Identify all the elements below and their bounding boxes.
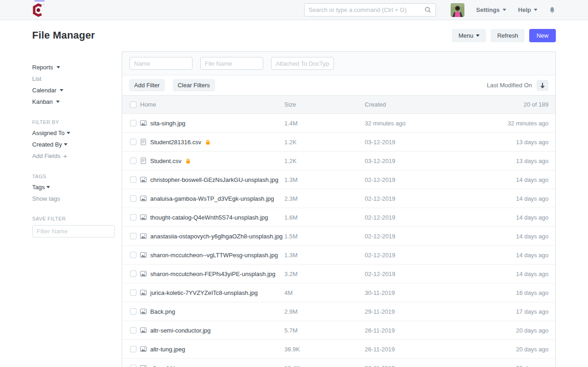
app-logo[interactable]: ™	[32, 3, 45, 17]
file-created: 26-11-2019	[365, 327, 395, 334]
table-row[interactable]: anastasiia-ostapovych-y6glhgaOZh8-unspla…	[122, 227, 555, 246]
row-checkbox[interactable]	[130, 176, 136, 183]
table-row[interactable]: Student.csv 1.2K 03-12-2019 13 days ago	[122, 152, 555, 170]
file-modified: 17 days ago	[516, 308, 548, 315]
sidebar-item-list[interactable]: List	[32, 73, 115, 85]
table-row[interactable]: Student281316.csv 1.2K 03-12-2019 13 day…	[122, 133, 555, 152]
row-checkbox[interactable]	[130, 120, 136, 126]
kanban-label: Kanban	[32, 96, 53, 107]
filter-attached-to-doctype-input[interactable]	[271, 57, 334, 70]
sidebar-item-assigned-to[interactable]: Assigned To	[32, 127, 115, 139]
notifications-bell-icon[interactable]	[548, 6, 556, 14]
search-icon	[424, 6, 431, 13]
menu-button[interactable]: Menu	[452, 29, 486, 42]
row-checkbox[interactable]	[130, 139, 136, 145]
sidebar-item-show-tags[interactable]: Show tags	[32, 193, 115, 204]
row-checkbox[interactable]	[130, 195, 136, 202]
table-row[interactable]: altr-semi-conductor.jpg 5.7M 26-11-2019 …	[122, 321, 555, 340]
table-row[interactable]: jurica-koletic-7YVZYZeITc8-unsplash.jpg …	[122, 283, 555, 302]
sort-field-selector[interactable]: Last Modified On	[487, 82, 532, 89]
file-name-link[interactable]: analuisa-gamboa-WsTP_d3VEgk-unsplash.jpg	[150, 195, 274, 202]
table-row[interactable]: thought-catalog-Q4eWnth5S74-unsplash.jpg…	[122, 208, 555, 227]
row-checkbox[interactable]	[130, 271, 136, 277]
sidebar-item-calendar[interactable]: Calendar	[32, 85, 115, 96]
file-name-link[interactable]: sharon-mccutcheon-FEPfs43yiPE-unsplash.j…	[150, 271, 275, 277]
lock-icon	[205, 139, 211, 145]
file-created: 03-12-2019	[365, 158, 396, 164]
row-checkbox[interactable]	[130, 289, 136, 296]
table-row[interactable]: sharon-mccutcheon-FEPfs43yiPE-unsplash.j…	[122, 265, 555, 283]
file-name-link[interactable]: sita-singh.jpg	[150, 120, 186, 127]
file-name-link[interactable]: jurica-koletic-7YVZYZeITc8-unsplash.jpg	[150, 289, 258, 296]
sidebar-item-reports[interactable]: Reports	[32, 62, 115, 73]
save-filter-input[interactable]	[32, 225, 115, 237]
file-modified: 14 days ago	[516, 271, 548, 277]
row-checkbox[interactable]	[130, 158, 136, 164]
sidebar-item-add-fields[interactable]: Add Fields +	[32, 150, 115, 162]
row-checkbox[interactable]	[130, 214, 136, 220]
help-menu[interactable]: Help	[518, 6, 537, 13]
file-modified: 13 days ago	[516, 158, 548, 164]
chevron-down-icon	[503, 9, 506, 11]
file-size: 16.4K	[284, 365, 300, 367]
row-checkbox[interactable]	[130, 252, 136, 258]
filter-file-name-input[interactable]	[200, 57, 263, 70]
image-file-icon	[140, 119, 147, 127]
user-avatar[interactable]	[451, 3, 464, 17]
row-checkbox[interactable]	[130, 233, 136, 239]
file-size: 1.3M	[284, 252, 298, 259]
filter-by-heading: FILTER BY	[32, 117, 115, 127]
sidebar-item-kanban[interactable]: Kanban	[32, 96, 115, 107]
breadcrumb[interactable]: Home	[140, 101, 156, 108]
image-file-icon	[140, 327, 147, 334]
file-name-link[interactable]: altr-gold.jpeg	[150, 365, 185, 367]
table-row[interactable]: Back.png 2.9M 29-11-2019 17 days ago	[122, 302, 555, 321]
file-name-link[interactable]: altr-semi-conductor.jpg	[150, 327, 211, 334]
file-name-link[interactable]: Student281316.csv	[150, 139, 201, 146]
row-checkbox[interactable]	[130, 365, 136, 367]
row-checkbox[interactable]	[130, 308, 136, 315]
filter-name-input[interactable]	[130, 57, 192, 70]
image-file-icon	[140, 345, 147, 353]
file-size: 1.2K	[284, 158, 297, 164]
new-button[interactable]: New	[529, 29, 556, 42]
file-modified: 20 days ago	[516, 327, 548, 334]
table-row[interactable]: altr-tung.jpeg 36.9K 26-11-2019 20 days …	[122, 340, 555, 359]
settings-menu[interactable]: Settings	[476, 6, 506, 13]
file-name-link[interactable]: sharon-mccutcheon--vgLTTWPesg-unsplash.j…	[150, 252, 278, 259]
file-name-link[interactable]: christopher-boswell-GEzNsJarkGU-unsplash…	[150, 176, 278, 183]
table-row[interactable]: christopher-boswell-GEzNsJarkGU-unsplash…	[122, 170, 555, 189]
file-created: 26-11-2019	[365, 365, 395, 367]
search-input[interactable]	[309, 6, 424, 13]
help-label: Help	[518, 6, 531, 13]
image-file-icon	[140, 289, 147, 296]
clear-filters-button[interactable]: Clear Filters	[173, 79, 215, 91]
sort-direction-button[interactable]	[537, 80, 548, 91]
image-file-icon	[140, 251, 147, 259]
table-row[interactable]: analuisa-gamboa-WsTP_d3VEgk-unsplash.jpg…	[122, 189, 555, 208]
refresh-button[interactable]: Refresh	[491, 29, 525, 42]
add-filter-button[interactable]: Add Filter	[129, 79, 165, 91]
row-checkbox[interactable]	[130, 346, 136, 352]
tags-label: Tags	[32, 181, 45, 193]
file-size: 1.4M	[284, 120, 298, 127]
row-checkbox[interactable]	[130, 327, 136, 333]
sidebar-item-created-by[interactable]: Created By	[32, 139, 115, 150]
file-created: 02-12-2019	[365, 233, 396, 240]
table-row[interactable]: sita-singh.jpg 1.4M 32 minutes ago 32 mi…	[122, 114, 555, 133]
filter-sort-row: Add Filter Clear Filters Last Modified O…	[122, 75, 555, 96]
file-modified: 14 days ago	[516, 214, 548, 221]
save-filter-heading: SAVE FILTER	[32, 214, 115, 224]
file-name-link[interactable]: Back.png	[150, 308, 175, 315]
refresh-button-label: Refresh	[497, 32, 518, 39]
file-name-link[interactable]: Student.csv	[150, 158, 181, 164]
sidebar-item-tags[interactable]: Tags	[32, 181, 115, 193]
table-row[interactable]: sharon-mccutcheon--vgLTTWPesg-unsplash.j…	[122, 246, 555, 265]
file-name-link[interactable]: anastasiia-ostapovych-y6glhgaOZh8-unspla…	[150, 233, 283, 240]
select-all-checkbox[interactable]	[130, 102, 136, 108]
file-size: 5.7M	[284, 327, 298, 334]
add-filter-label: Add Filter	[134, 82, 160, 89]
file-name-link[interactable]: thought-catalog-Q4eWnth5S74-unsplash.jpg	[150, 214, 268, 221]
file-name-link[interactable]: altr-tung.jpeg	[150, 346, 185, 353]
table-row[interactable]: altr-gold.jpeg 16.4K 26-11-2019 20 days …	[122, 359, 555, 367]
